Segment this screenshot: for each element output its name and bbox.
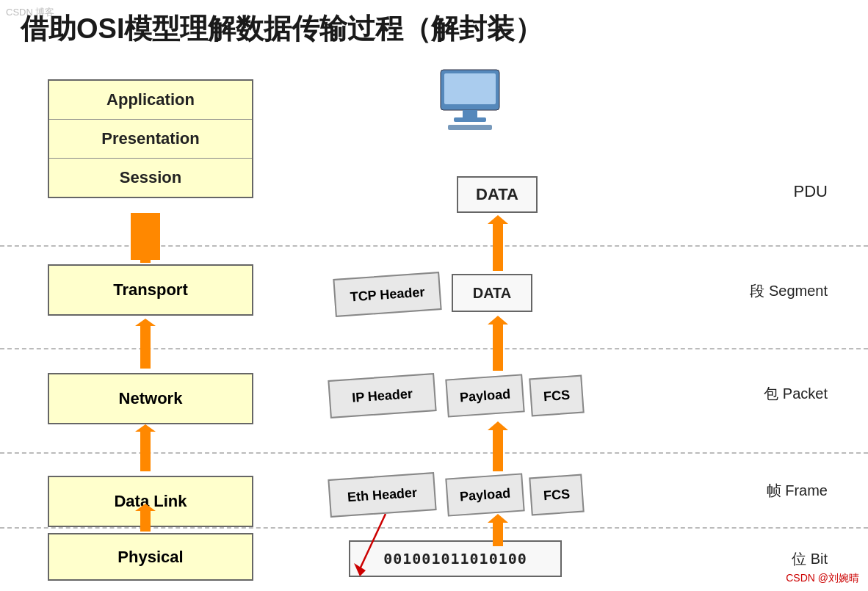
- payload-frame-box: Payload: [445, 473, 524, 516]
- mid-arrow-frame: [483, 514, 513, 546]
- svg-marker-18: [488, 421, 508, 430]
- packet-label: 包 Packet: [764, 384, 828, 404]
- svg-rect-10: [463, 110, 477, 117]
- mid-arrow-data-top: [483, 215, 513, 271]
- frame-label: 帧 Frame: [767, 481, 828, 501]
- physical-layer-box: Physical: [48, 533, 253, 581]
- tcp-header-box: TCP Header: [333, 272, 441, 317]
- mid-arrow-segment: [483, 316, 513, 371]
- arrow-network-to-datalink: [131, 424, 160, 471]
- arrow-upper-to-transport: [131, 213, 160, 263]
- application-layer: Application: [49, 81, 252, 120]
- physical-label: Physical: [49, 534, 252, 579]
- main-title: 借助OSI模型理解数据传输过程（解封装）: [21, 10, 543, 48]
- transport-label: Transport: [49, 266, 252, 314]
- fcs-packet-box: FCS: [529, 375, 584, 417]
- bit-label: 位 Bit: [792, 549, 828, 569]
- network-layer-box: Network: [48, 373, 253, 424]
- mid-arrow-packet: [483, 421, 513, 471]
- svg-marker-22: [354, 563, 366, 576]
- svg-rect-9: [444, 73, 496, 104]
- svg-marker-14: [488, 215, 508, 224]
- svg-marker-3: [135, 319, 156, 326]
- fcs-frame-box: FCS: [529, 474, 584, 516]
- eth-header-box: Eth Header: [328, 472, 436, 518]
- diagram: CSDN 博客 借助OSI模型理解数据传输过程（解封装） Application…: [0, 0, 868, 591]
- transport-layer-box: Transport: [48, 264, 253, 316]
- segment-label: 段 Segment: [750, 281, 828, 301]
- svg-rect-12: [448, 125, 492, 130]
- red-arrow-eth-to-bits: [345, 510, 404, 576]
- svg-marker-20: [488, 514, 508, 523]
- data-box-top: DATA: [457, 176, 538, 213]
- network-label: Network: [49, 374, 252, 423]
- svg-line-21: [360, 514, 386, 569]
- payload-packet-box: Payload: [445, 374, 524, 417]
- arrow-datalink-to-physical: [131, 504, 160, 532]
- svg-rect-11: [454, 117, 486, 122]
- presentation-layer: Presentation: [49, 120, 252, 159]
- svg-marker-5: [135, 424, 156, 432]
- svg-marker-16: [488, 316, 508, 324]
- computer-icon: [433, 66, 507, 132]
- csdn-badge: CSDN @刘婉晴: [786, 572, 859, 585]
- ip-header-box: IP Header: [328, 373, 436, 418]
- arrow-transport-to-network: [131, 319, 160, 369]
- session-layer: Session: [49, 159, 252, 197]
- data-box-segment: DATA: [452, 274, 532, 312]
- upper-layers-group: Application Presentation Session: [48, 79, 253, 198]
- pdu-label: PDU: [794, 182, 828, 201]
- svg-marker-7: [135, 504, 156, 511]
